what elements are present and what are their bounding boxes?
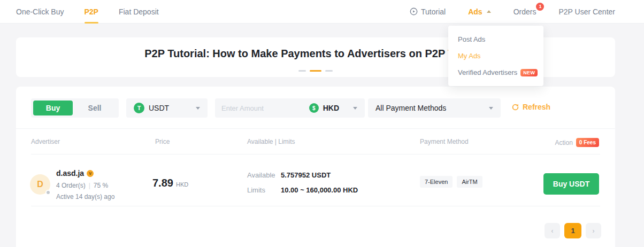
offline-status-dot [45, 190, 51, 195]
payment-tag: AirTM [457, 176, 482, 188]
tab-p2p[interactable]: P2P [84, 0, 98, 24]
advertiser-name-text: d.asd.ja [56, 169, 84, 177]
menu-item-label: Post Ads [458, 35, 485, 43]
current-page-button[interactable]: 1 [564, 223, 581, 238]
p2p-market-card: Buy Sell T USDT $ HKD All Payment Method… [16, 87, 615, 247]
payment-tag: 7-Eleven [420, 176, 453, 188]
stats-divider: | [89, 182, 90, 189]
fiat-select-value[interactable]: HKD [323, 104, 339, 112]
carousel-dot[interactable] [298, 70, 306, 72]
price-value: 7.89 [152, 177, 173, 189]
payment-method-tags: 7-Eleven AirTM [420, 176, 482, 188]
avatar-letter: D [37, 180, 43, 189]
user-center-link[interactable]: P2P User Center [558, 7, 615, 16]
advertiser-stats: 4 Order(s)|75 % [56, 182, 108, 189]
menu-item-label: Verified Advertisers [458, 68, 517, 76]
amount-input[interactable] [221, 104, 305, 112]
tab-one-click-buy[interactable]: One-Click Buy [16, 0, 64, 24]
refresh-label: Refresh [523, 103, 550, 111]
carousel-dot[interactable] [325, 70, 333, 72]
pagination: ‹ 1 › [545, 223, 601, 238]
menu-item-label: My Ads [458, 52, 481, 60]
filter-bar: Buy Sell T USDT $ HKD All Payment Method… [16, 98, 615, 118]
orders-label: Orders [513, 7, 536, 16]
table-row: D d.asd.ja v 4 Order(s)|75 % Active 14 d… [16, 154, 615, 206]
tutorial-link[interactable]: Tutorial [410, 7, 446, 16]
orders-link[interactable]: Orders 1 [513, 7, 536, 16]
payment-method-select[interactable]: All Payment Methods [368, 98, 501, 118]
col-available-limits: Available | Limits [247, 138, 295, 145]
advertiser-name[interactable]: d.asd.ja v [56, 169, 94, 177]
ads-label: Ads [468, 7, 482, 16]
menu-item-my-ads[interactable]: My Ads [448, 48, 543, 64]
refresh-icon [511, 103, 519, 111]
active-tab-underline [85, 22, 98, 24]
carousel-dot-active[interactable] [310, 70, 321, 72]
usdt-coin-icon: T [134, 103, 144, 113]
price-cell: 7.89HKD [152, 177, 188, 189]
avatar[interactable]: D [30, 174, 50, 195]
next-page-button[interactable]: › [586, 223, 601, 238]
price-currency: HKD [176, 181, 188, 188]
top-navbar: One-Click Buy P2P Fiat Deposit Tutorial … [0, 0, 644, 24]
ads-dropdown-menu: Post Ads My Ads Verified Advertisers NEW [448, 26, 543, 86]
verified-badge-icon: v [87, 170, 94, 177]
menu-item-verified-advertisers[interactable]: Verified Advertisers NEW [448, 64, 543, 81]
tab-fiat-deposit[interactable]: Fiat Deposit [119, 0, 159, 24]
order-count: 4 Order(s) [56, 182, 86, 189]
buy-usdt-button[interactable]: Buy USDT [543, 173, 599, 195]
asset-select[interactable]: T USDT [126, 98, 208, 118]
asset-select-value: USDT [149, 104, 191, 112]
col-advertiser: Advertiser [31, 138, 60, 145]
p2p-page: One-Click Buy P2P Fiat Deposit Tutorial … [0, 0, 644, 247]
limits-label: Limits [247, 186, 265, 194]
prev-page-button[interactable]: ‹ [545, 223, 560, 238]
limits-value: 10.00 ~ 160,000.00 HKD [281, 186, 358, 194]
sell-toggle-button[interactable]: Sell [73, 104, 117, 112]
refresh-button[interactable]: Refresh [511, 103, 550, 111]
amount-filter: $ HKD [215, 98, 365, 118]
orders-count-badge: 1 [536, 3, 544, 11]
chevron-down-icon [489, 107, 493, 110]
completion-rate: 75 % [94, 182, 108, 189]
available-label: Available [247, 171, 275, 179]
zero-fees-badge: 0 Fees [576, 138, 599, 147]
payment-method-value: All Payment Methods [375, 104, 489, 112]
nav-links: Tutorial Ads Orders 1 P2P User Center [410, 7, 644, 16]
divider [16, 128, 615, 129]
chevron-down-icon [196, 107, 200, 110]
chevron-up-icon [487, 10, 491, 13]
col-price: Price [155, 138, 170, 145]
ads-menu-trigger[interactable]: Ads [468, 7, 490, 16]
play-circle-icon [410, 7, 418, 16]
tutorial-label: Tutorial [421, 7, 446, 16]
buy-sell-toggle: Buy Sell [31, 98, 119, 118]
tab-label: Fiat Deposit [119, 7, 159, 16]
last-active-text: Active 14 day(s) ago [56, 193, 114, 200]
divider [31, 206, 600, 206]
col-action: Action 0 Fees [555, 138, 600, 147]
col-payment-method: Payment Method [420, 138, 469, 145]
chevron-down-icon[interactable] [353, 107, 357, 110]
tab-label: One-Click Buy [16, 7, 64, 16]
nav-tabs: One-Click Buy P2P Fiat Deposit [0, 0, 159, 24]
available-value: 5.757952 USDT [281, 171, 331, 179]
new-badge: NEW [520, 69, 538, 76]
user-center-label: P2P User Center [558, 7, 615, 16]
tab-label: P2P [84, 7, 98, 16]
buy-toggle-button[interactable]: Buy [33, 101, 73, 115]
menu-item-post-ads[interactable]: Post Ads [448, 31, 543, 48]
fiat-coin-icon: $ [309, 103, 319, 113]
action-header-label: Action [555, 139, 573, 146]
